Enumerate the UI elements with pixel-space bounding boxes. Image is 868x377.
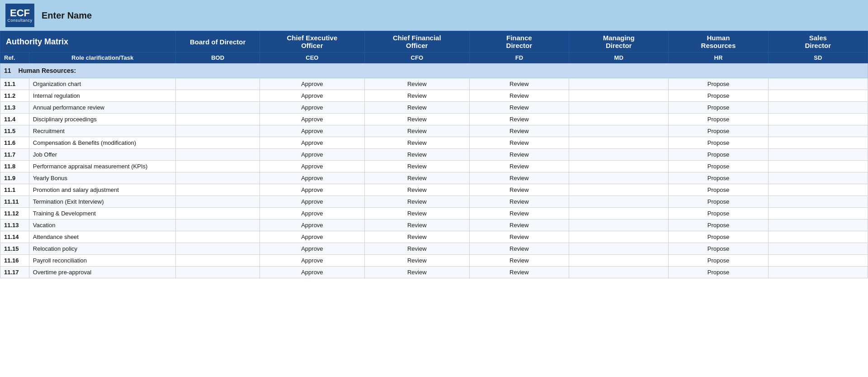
section-title: 11Human Resources: [0,63,868,78]
table-row: 11.13VacationApproveReviewReviewPropose [0,220,868,231]
bod-cell [176,90,260,102]
md-cell [569,208,669,220]
md-cell [569,267,669,278]
ref-cell: 11.1 [0,78,29,90]
fd-cell: Review [469,90,569,102]
sd-cell [768,231,868,243]
bod-cell [176,243,260,255]
hr-cell: Propose [669,184,768,196]
bod-cell [176,184,260,196]
ceo-cell: Approve [259,184,364,196]
cfo-cell: Review [364,208,469,220]
fd-cell: Review [469,184,569,196]
bod-cell [176,114,260,125]
task-cell: Recruitment [29,125,176,137]
sd-cell [768,78,868,90]
task-cell: Vacation [29,220,176,231]
hr-cell: Propose [669,125,768,137]
hr-cell: Propose [669,137,768,149]
cfo-cell: Review [364,196,469,208]
bod-cell [176,208,260,220]
sd-cell [768,243,868,255]
ceo-cell: Approve [259,267,364,278]
sd-cell [768,220,868,231]
table-row: 11.8Performance appraisal measurement (K… [0,161,868,172]
bod-cell [176,267,260,278]
ceo-cell: Approve [259,161,364,172]
ref-cell: 11.3 [0,102,29,114]
hr-cell: Propose [669,78,768,90]
ref-cell: 11.11 [0,196,29,208]
task-cell: Disciplinary proceedings [29,114,176,125]
hr-cell: Propose [669,172,768,184]
hr-cell: Propose [669,161,768,172]
cfo-cell: Review [364,149,469,161]
company-logo: ECF Consultancy [5,4,34,27]
bod-cell [176,255,260,267]
logo-text: ECF [10,8,30,19]
task-cell: Training & Development [29,208,176,220]
sd-cell [768,114,868,125]
task-abbr-cell: Role clarification/Task [29,52,176,63]
authority-header-row: Authority Matrix Board of Director Chief… [0,31,868,52]
cfo-cell: Review [364,243,469,255]
cfo-header: Chief Financial Officer [364,31,469,52]
hr-cell: Propose [669,243,768,255]
md-abbr-cell: MD [569,52,669,63]
bod-cell [176,149,260,161]
hr-cell: Propose [669,102,768,114]
cfo-cell: Review [364,231,469,243]
ceo-cell: Approve [259,243,364,255]
document-title[interactable]: Enter Name [42,10,92,21]
ref-cell: 11.1 [0,184,29,196]
table-row: 11.6Compensation & Benefits (modificatio… [0,137,868,149]
page-header: ECF Consultancy Enter Name [0,0,868,31]
table-row: 11.9Yearly BonusApproveReviewReviewPropo… [0,172,868,184]
fd-cell: Review [469,220,569,231]
task-cell: Compensation & Benefits (modification) [29,137,176,149]
task-cell: Annual performance review [29,102,176,114]
hr-cell: Propose [669,114,768,125]
ref-cell: 11.5 [0,125,29,137]
hr-cell: Propose [669,255,768,267]
ceo-cell: Approve [259,172,364,184]
md-cell [569,78,669,90]
ref-cell: 11.9 [0,172,29,184]
fd-cell: Review [469,231,569,243]
table-row: 11.7Job OfferApproveReviewReviewPropose [0,149,868,161]
table-row: 11.14Attendance sheetApproveReviewReview… [0,231,868,243]
matrix-title-cell: Authority Matrix [0,31,176,52]
ceo-cell: Approve [259,255,364,267]
md-header: Managing Director [569,31,669,52]
md-cell [569,161,669,172]
hr-cell: Propose [669,196,768,208]
bod-cell [176,172,260,184]
sd-cell [768,137,868,149]
table-row: 11.5RecruitmentApproveReviewReviewPropos… [0,125,868,137]
cfo-cell: Review [364,102,469,114]
ceo-cell: Approve [259,102,364,114]
ceo-cell: Approve [259,90,364,102]
table-row: 11.11Termination (Exit Interview)Approve… [0,196,868,208]
fd-cell: Review [469,102,569,114]
sd-cell [768,125,868,137]
logo-sub-text: Consultancy [7,19,32,23]
task-cell: Attendance sheet [29,231,176,243]
cfo-cell: Review [364,90,469,102]
fd-cell: Review [469,78,569,90]
task-cell: Payroll reconciliation [29,255,176,267]
fd-cell: Review [469,149,569,161]
ref-cell: 11.4 [0,114,29,125]
ceo-cell: Approve [259,231,364,243]
ceo-cell: Approve [259,220,364,231]
ceo-cell: Approve [259,78,364,90]
hr-cell: Propose [669,231,768,243]
ref-abbr-cell: Ref. [0,52,29,63]
task-cell: Yearly Bonus [29,172,176,184]
md-cell [569,196,669,208]
sd-cell [768,184,868,196]
fd-cell: Review [469,161,569,172]
cfo-cell: Review [364,267,469,278]
md-cell [569,220,669,231]
bod-cell [176,137,260,149]
